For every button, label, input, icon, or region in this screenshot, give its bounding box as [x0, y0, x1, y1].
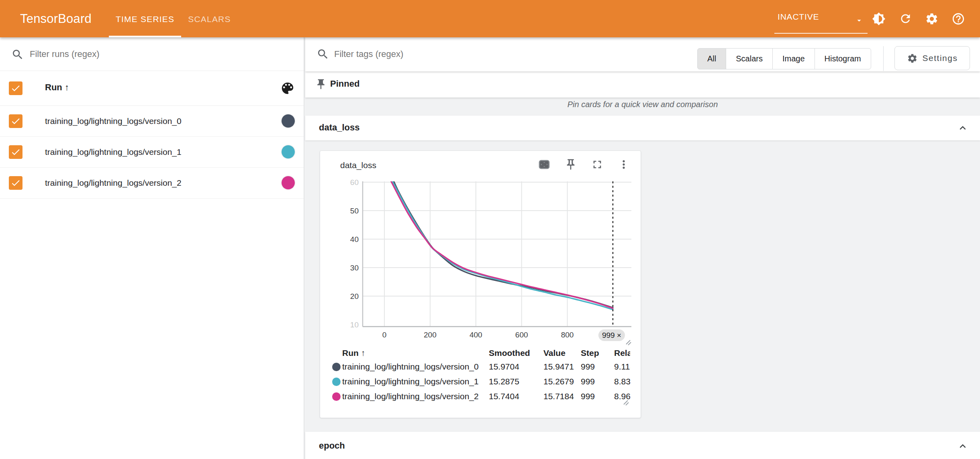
refresh-icon[interactable]: [898, 12, 913, 26]
header-icon-buttons: [872, 0, 966, 37]
run-color-dot[interactable]: [282, 114, 295, 128]
cell-value: 15.2679: [543, 377, 574, 386]
pinned-hint-zone: Pin cards for a quick view and compariso…: [305, 97, 980, 116]
runs-sidebar: Run ↑ training_log/lightning_logs/versio…: [0, 37, 304, 459]
series-line: [392, 181, 613, 309]
x-tick-label: 400: [470, 331, 482, 339]
cell-run: training_log/lightning_logs/version_1: [342, 377, 479, 386]
pinned-title: Pinned: [330, 79, 359, 89]
run-row-version-2[interactable]: training_log/lightning_logs/version_2: [0, 168, 304, 199]
tab-time-series[interactable]: TIME SERIES: [109, 0, 181, 37]
filter-runs-input[interactable]: [30, 46, 271, 62]
filter-tags-input[interactable]: [334, 46, 676, 62]
search-icon: [11, 48, 24, 61]
run-label: training_log/lightning_logs/version_2: [45, 178, 182, 188]
tooltip-table-header: Run ↑ Smoothed Value Step Relative: [331, 347, 630, 360]
chevron-up-icon[interactable]: [957, 440, 969, 452]
runs-list-header: Run ↑: [0, 71, 304, 106]
main-content: All Scalars Image Histogram Settings Pin…: [305, 37, 980, 459]
settings-button-label: Settings: [923, 53, 958, 63]
toolbar-divider: [883, 46, 884, 71]
col-run[interactable]: Run ↑: [342, 348, 365, 358]
run-color-dot: [332, 378, 341, 386]
y-tick-label: 60: [350, 178, 359, 187]
col-relative: Relative: [614, 348, 630, 358]
series-line: [391, 181, 613, 308]
run-status-label: INACTIVE: [778, 12, 819, 22]
filter-histogram-button[interactable]: Histogram: [815, 48, 871, 69]
x-tick-label: 600: [515, 331, 528, 339]
dropdown-underline: [774, 33, 868, 34]
y-tick-label: 10: [350, 321, 359, 329]
filter-all-button[interactable]: All: [697, 48, 726, 69]
y-tick-label: 40: [350, 235, 359, 244]
run-color-dot[interactable]: [282, 176, 295, 189]
settings-gear-icon[interactable]: [925, 12, 939, 26]
run-checkbox[interactable]: [9, 114, 22, 128]
filter-scalars-button[interactable]: Scalars: [726, 48, 773, 69]
pin-card-icon[interactable]: [564, 157, 578, 172]
settings-button[interactable]: Settings: [894, 46, 970, 70]
run-checkbox[interactable]: [9, 145, 22, 159]
tooltip-row-version-0: training_log/lightning_logs/version_0 15…: [331, 360, 630, 374]
x-tick-label: 0: [382, 331, 387, 339]
help-icon[interactable]: [951, 12, 966, 26]
run-row-version-1[interactable]: training_log/lightning_logs/version_1: [0, 137, 304, 168]
fit-domain-icon[interactable]: [537, 157, 551, 172]
runs-column-header[interactable]: Run ↑: [45, 82, 69, 93]
cell-run: training_log/lightning_logs/version_2: [342, 392, 479, 401]
col-step: Step: [581, 348, 599, 358]
run-label: training_log/lightning_logs/version_0: [45, 116, 182, 126]
tooltip-row-version-1: training_log/lightning_logs/version_1 15…: [331, 375, 630, 389]
step-marker-label[interactable]: 999 ×: [602, 331, 621, 339]
cell-value: 15.9471: [543, 362, 574, 372]
cell-step: 999: [581, 362, 595, 372]
section-title: epoch: [319, 441, 345, 451]
col-value: Value: [543, 348, 566, 358]
run-label: training_log/lightning_logs/version_1: [45, 147, 182, 157]
app-header: TensorBoard TIME SERIES SCALARS INACTIVE: [0, 0, 980, 37]
tag-type-filter-group: All Scalars Image Histogram: [697, 48, 871, 69]
cell-step: 999: [581, 392, 595, 401]
cell-smoothed: 15.9704: [489, 362, 519, 372]
run-status-dropdown[interactable]: INACTIVE: [774, 0, 868, 37]
cell-relative: 9.118: [614, 362, 630, 372]
run-row-version-0[interactable]: training_log/lightning_logs/version_0: [0, 106, 304, 137]
section-header-data-loss[interactable]: data_loss: [305, 116, 980, 140]
pinned-section-header[interactable]: Pinned: [305, 71, 980, 97]
pinned-hint-text: Pin cards for a quick view and compariso…: [305, 100, 980, 109]
brightness-icon[interactable]: [872, 12, 886, 26]
run-checkbox[interactable]: [9, 176, 22, 190]
cell-run: training_log/lightning_logs/version_0: [342, 362, 479, 372]
header-tabs: TIME SERIES SCALARS: [109, 0, 238, 37]
section-header-epoch[interactable]: epoch: [305, 432, 980, 459]
pin-icon: [315, 78, 327, 90]
y-tick-label: 50: [350, 207, 359, 215]
tab-scalars[interactable]: SCALARS: [181, 0, 237, 37]
tag-filter-toolbar: All Scalars Image Histogram Settings: [305, 37, 980, 71]
settings-gear-icon: [907, 53, 918, 64]
more-options-icon[interactable]: [617, 157, 631, 172]
tooltip-row-version-2: training_log/lightning_logs/version_2 15…: [331, 390, 630, 404]
y-tick-label: 30: [350, 264, 359, 272]
chevron-up-icon[interactable]: [957, 122, 969, 134]
card-action-buttons: [537, 157, 631, 172]
select-all-runs-checkbox[interactable]: [9, 81, 22, 95]
x-tick-label: 200: [424, 331, 437, 339]
y-tick-label: 20: [350, 292, 359, 301]
cell-value: 15.7184: [543, 392, 574, 401]
cell-step: 999: [581, 377, 595, 386]
search-icon: [316, 48, 329, 61]
run-color-dot: [332, 392, 341, 401]
filter-runs-row: [0, 37, 304, 71]
app-logo: TensorBoard: [20, 0, 92, 37]
palette-icon[interactable]: [280, 81, 296, 97]
fullscreen-icon[interactable]: [590, 157, 604, 172]
table-resize-handle[interactable]: [622, 399, 630, 408]
loss-line-chart[interactable]: 1020304050600200400600800999 ×: [320, 177, 641, 345]
col-smoothed: Smoothed: [489, 348, 530, 358]
filter-image-button[interactable]: Image: [772, 48, 815, 69]
x-tick-label: 800: [561, 331, 574, 339]
chevron-down-icon: [855, 16, 864, 26]
run-color-dot[interactable]: [282, 145, 295, 158]
